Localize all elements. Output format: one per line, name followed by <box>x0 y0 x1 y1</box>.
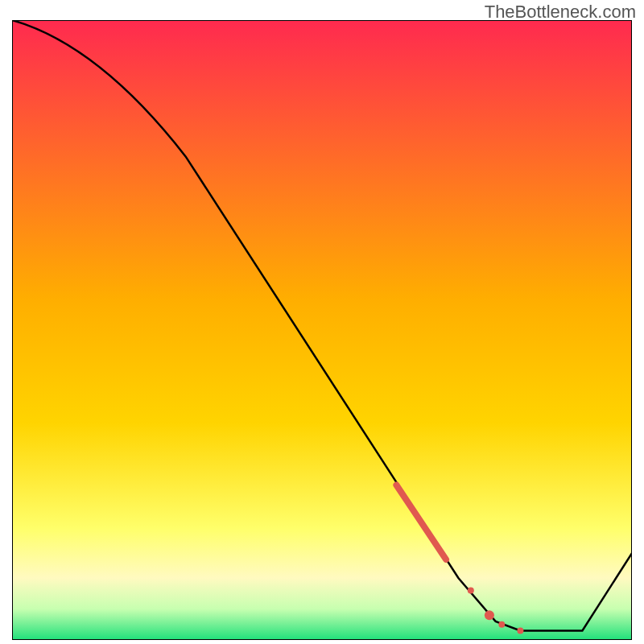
chart-svg <box>12 20 632 640</box>
marker-dot2 <box>485 610 494 620</box>
gradient-bg <box>12 20 632 640</box>
marker-dot4 <box>517 627 523 634</box>
marker-dot3 <box>498 621 505 628</box>
watermark-text: TheBottleneck.com <box>485 2 636 23</box>
marker-dot1 <box>468 587 474 593</box>
chart-area <box>12 20 632 640</box>
